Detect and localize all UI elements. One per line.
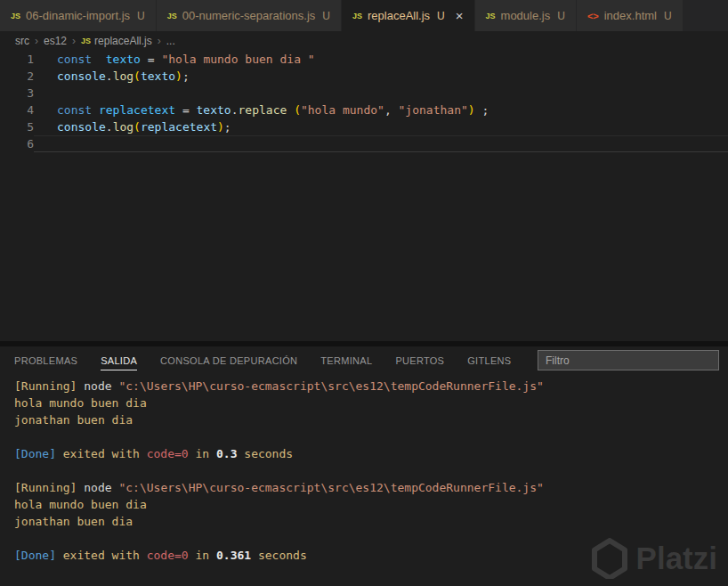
code-text: console.log(texto); (34, 68, 728, 85)
code-token: const (57, 103, 92, 117)
code-line[interactable]: 3 (0, 85, 728, 102)
code-text (34, 135, 728, 152)
code-token: "jonathan" (399, 103, 468, 117)
editor-tab-index-html[interactable]: <>index.htmlU (577, 0, 684, 31)
panel-tab-salida[interactable]: SALIDA (101, 350, 137, 370)
breadcrumb-label: ... (166, 35, 175, 47)
output-line (14, 530, 728, 547)
breadcrumb-label: replaceAll.js (94, 35, 152, 47)
line-number: 5 (0, 118, 34, 135)
modified-badge: U (664, 10, 672, 22)
code-line[interactable]: 1const texto = "hola mundo buen dia " (0, 51, 728, 68)
editor-tab-replaceAll-js[interactable]: JSreplaceAll.jsU× (342, 0, 475, 31)
output-token: node (77, 481, 118, 494)
js-file-icon: JS (167, 12, 177, 20)
js-file-icon: JS (81, 37, 91, 45)
panel-tab-terminal[interactable]: TERMINAL (320, 350, 372, 370)
code-token: console (57, 120, 106, 134)
panel-tab-problemas[interactable]: PROBLEMAS (14, 350, 77, 370)
breadcrumb-item[interactable]: JSreplaceAll.js (80, 35, 153, 47)
vscode-window: JS06-dinamic-import.jsUJS00-numeric-sepa… (0, 0, 728, 586)
modified-badge: U (322, 10, 330, 22)
output-line: [Running] node "c:\Users\HP\curso-ecmasc… (14, 378, 728, 395)
code-line[interactable]: 5console.log(replacetext); (0, 118, 728, 135)
code-token: ( (133, 120, 141, 134)
output-token: node (77, 379, 118, 393)
output-token: "c:\Users\HP\curso-ecmascript\src\es12\t… (118, 379, 543, 393)
breadcrumb-item[interactable]: ... (166, 35, 176, 47)
output-token: code=0 (147, 447, 189, 460)
js-file-icon: JS (486, 12, 496, 20)
code-token: , (384, 103, 399, 117)
editor-tab-module-js[interactable]: JSmodule.jsU (475, 0, 577, 31)
breadcrumb-label: src (15, 35, 29, 47)
js-file-icon: JS (352, 12, 362, 20)
output-line: [Running] node "c:\Users\HP\curso-ecmasc… (14, 479, 728, 496)
code-token: texto (141, 69, 175, 83)
output-token: exited with (56, 447, 147, 460)
breadcrumb-label: es12 (44, 35, 67, 47)
breadcrumb-item[interactable]: es12 (43, 35, 68, 47)
code-token: ; (182, 69, 190, 83)
output-token: in (189, 447, 216, 460)
editor-tab-06-dinamic-import-js[interactable]: JS06-dinamic-import.jsU (0, 0, 157, 31)
code-token: log (113, 120, 133, 134)
output-line (14, 428, 728, 445)
output-token: jonathan buen dia (14, 413, 133, 427)
chevron-right-icon: › (35, 35, 38, 47)
line-number: 1 (0, 51, 34, 68)
output-token: 0.361 (216, 549, 251, 562)
panel-tab-consola-de-depuraci-n[interactable]: CONSOLA DE DEPURACIÓN (160, 350, 297, 370)
tab-label: replaceAll.js (368, 9, 430, 22)
output-token: exited with (56, 549, 147, 562)
code-token: . (231, 103, 239, 117)
code-token: ) (217, 120, 224, 134)
tab-bar: JS06-dinamic-import.jsUJS00-numeric-sepa… (0, 0, 728, 31)
chevron-right-icon: › (158, 35, 161, 47)
output-line: [Done] exited with code=0 in 0.361 secon… (14, 547, 728, 564)
output-token: code=0 (147, 549, 189, 562)
breadcrumb-item[interactable]: src (14, 35, 30, 47)
code-token: ) (468, 103, 475, 117)
code-token: texto (106, 53, 141, 66)
code-line[interactable]: 2console.log(texto); (0, 68, 728, 85)
output-line: [Done] exited with code=0 in 0.3 seconds (14, 445, 728, 462)
editor-lines: 1const texto = "hola mundo buen dia "2co… (0, 51, 728, 152)
code-token: replace (239, 103, 287, 117)
output-token: 0.3 (216, 447, 237, 460)
panel-tab-gitlens[interactable]: GITLENS (467, 350, 511, 370)
panel-tab-puertos[interactable]: PUERTOS (395, 350, 444, 370)
output-token: jonathan buen dia (14, 515, 133, 528)
editor[interactable]: 1const texto = "hola mundo buen dia "2co… (0, 51, 728, 341)
tab-label: 06-dinamic-import.js (26, 9, 130, 22)
output-token: "c:\Users\HP\curso-ecmascript\src\es12\t… (118, 481, 543, 494)
html-file-icon: <> (587, 11, 599, 21)
code-line[interactable]: 6 (0, 135, 728, 152)
code-token: replacetext (141, 120, 217, 134)
code-line[interactable]: 4const replacetext = texto.replace ("hol… (0, 102, 728, 118)
code-token: replacetext (99, 103, 175, 117)
tab-label: index.html (604, 9, 657, 22)
tab-label: module.js (501, 9, 551, 22)
code-token: const (57, 53, 92, 66)
code-token: = (141, 53, 161, 66)
output-token: [Done] (14, 447, 56, 460)
output-line: hola mundo buen dia (14, 496, 728, 513)
modified-badge: U (137, 10, 145, 22)
filter-input[interactable] (538, 350, 719, 370)
output-token: in (189, 549, 216, 562)
output-token: hola mundo buen dia (14, 396, 147, 410)
output-token: seconds (237, 447, 293, 460)
output-token: [Running] (14, 379, 77, 393)
js-file-icon: JS (11, 12, 20, 20)
panel-tabs: PROBLEMASSALIDACONSOLA DE DEPURACIÓNTERM… (14, 350, 538, 370)
code-token: = (175, 103, 196, 117)
code-token: console (57, 69, 106, 83)
code-token (92, 103, 99, 117)
editor-tab-00-numeric-separations-js[interactable]: JS00-numeric-separations.jsU (157, 0, 342, 31)
code-text (34, 85, 728, 102)
code-token (287, 103, 294, 117)
modified-badge: U (437, 10, 445, 22)
output-token: [Running] (14, 481, 77, 494)
close-icon[interactable]: × (456, 9, 464, 22)
